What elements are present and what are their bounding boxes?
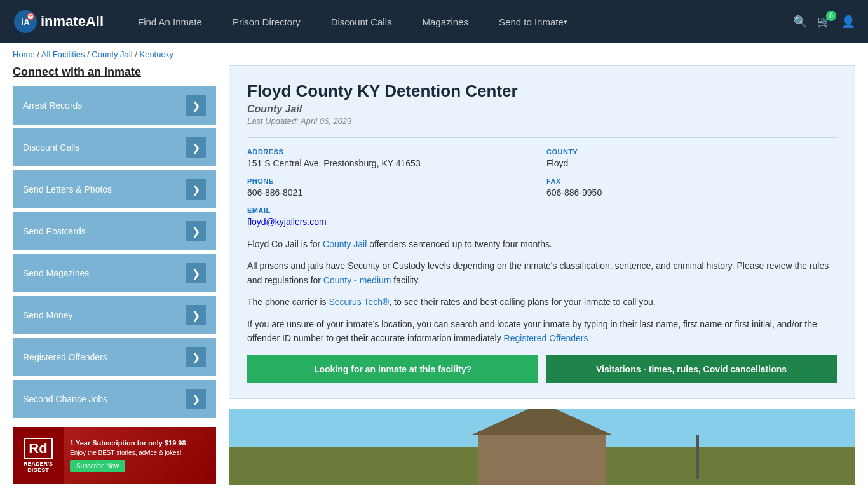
logo[interactable]: iA inmateAll (13, 9, 104, 34)
phone-label: PHONE (247, 177, 538, 185)
ad-subscribe-button[interactable]: Subscribe Now (70, 460, 125, 472)
facility-info-grid: ADDRESS 151 S Central Ave, Prestonsburg,… (247, 137, 837, 227)
desc-para-4: If you are unsure of your inmate's locat… (247, 317, 837, 346)
sidebar-label-discount-calls: Discount Calls (23, 142, 79, 152)
sidebar-btn-letters-photos[interactable]: Send Letters & Photos ❯ (13, 170, 216, 208)
nav-discount-calls[interactable]: Discount Calls (316, 0, 407, 43)
phone-value: 606-886-8021 (247, 187, 538, 198)
breadcrumb-home[interactable]: Home (13, 50, 35, 59)
county-value: Floyd (546, 158, 837, 168)
sidebar-btn-postcards[interactable]: Send Postcards ❯ (13, 212, 216, 250)
facility-image (229, 409, 855, 485)
search-icon[interactable]: 🔍 (793, 15, 807, 29)
fax-block: FAX 606-886-9950 (546, 177, 837, 198)
cart-badge: 0 (826, 11, 836, 21)
address-label: ADDRESS (247, 148, 538, 156)
ad-right: 1 Year Subscription for only $19.98 Enjo… (64, 434, 216, 477)
address-block: ADDRESS 151 S Central Ave, Prestonsburg,… (247, 148, 538, 168)
cart-icon[interactable]: 🛒 0 (817, 15, 831, 29)
facility-last-updated: Last Updated: April 06, 2023 (247, 116, 837, 126)
ad-title: 1 Year Subscription for only $19.98 (70, 439, 210, 447)
arrow-icon: ❯ (186, 347, 206, 367)
find-inmate-button[interactable]: Looking for an inmate at this facility? (247, 355, 538, 383)
sidebar-label-magazines: Send Magazines (23, 268, 89, 278)
securus-link[interactable]: Securus Tech® (329, 297, 389, 307)
ad-subtitle: Enjoy the BEST stories, advice & jokes! (70, 449, 210, 456)
sidebar-label-second-chance-jobs: Second Chance Jobs (23, 394, 107, 404)
sidebar-btn-arrest-records[interactable]: Arrest Records ❯ (13, 86, 216, 125)
nav-magazines[interactable]: Magazines (407, 0, 484, 43)
county-medium-link[interactable]: County - medium (323, 275, 391, 285)
breadcrumb-all-facilities[interactable]: All Facilities (41, 50, 85, 59)
nav-prison-directory[interactable]: Prison Directory (217, 0, 316, 43)
sidebar-btn-send-money[interactable]: Send Money ❯ (13, 296, 216, 334)
sidebar-btn-second-chance-jobs[interactable]: Second Chance Jobs ❯ (13, 380, 216, 418)
building-shape (478, 435, 606, 485)
sidebar-title: Connect with an Inmate (13, 65, 216, 79)
arrow-icon: ❯ (186, 221, 206, 241)
facility-card: Floyd County KY Detention Center County … (229, 65, 855, 399)
building-roof (472, 409, 612, 435)
arrow-icon: ❯ (186, 95, 206, 116)
email-value: floyd@kyjailers.com (247, 217, 538, 227)
action-buttons: Looking for an inmate at this facility? … (247, 355, 837, 383)
arrow-icon: ❯ (186, 389, 206, 409)
county-block: COUNTY Floyd (546, 148, 837, 168)
logo-icon: iA (13, 9, 38, 34)
arrow-icon: ❯ (186, 263, 206, 283)
ad-rd-label: Rd (24, 438, 52, 459)
phone-block: PHONE 606-886-8021 (247, 177, 538, 198)
email-block: EMAIL floyd@kyjailers.com (247, 207, 538, 227)
email-label: EMAIL (247, 207, 538, 214)
sidebar-btn-registered-offenders[interactable]: Registered Offenders ❯ (13, 338, 216, 376)
facility-title: Floyd County KY Detention Center (247, 81, 837, 101)
header-right: 🔍 🛒 0 👤 (793, 15, 855, 29)
logo-text: inmateAll (41, 13, 104, 30)
nav-send-to-inmate[interactable]: Send to Inmate (484, 0, 583, 43)
sidebar-btn-magazines[interactable]: Send Magazines ❯ (13, 254, 216, 292)
arrow-icon: ❯ (186, 137, 206, 158)
utility-pole (696, 435, 699, 479)
breadcrumb-state[interactable]: Kentucky (139, 50, 173, 59)
fax-label: FAX (546, 177, 837, 185)
facility-type: County Jail (247, 104, 837, 115)
arrow-icon: ❯ (186, 179, 206, 200)
breadcrumb: Home / All Facilities / County Jail / Ke… (0, 43, 868, 65)
nav-find-inmate[interactable]: Find An Inmate (123, 0, 217, 43)
content-area: Floyd County KY Detention Center County … (229, 65, 855, 485)
ad-readers-digest: READER'S DIGEST (15, 461, 61, 473)
ad-left: Rd READER'S DIGEST (13, 427, 64, 484)
ad-inner: Rd READER'S DIGEST 1 Year Subscription f… (13, 427, 216, 484)
sidebar-label-letters-photos: Send Letters & Photos (23, 184, 112, 194)
visitation-button[interactable]: Visitations - times, rules, Covid cancel… (546, 355, 837, 383)
sidebar-advertisement: Rd READER'S DIGEST 1 Year Subscription f… (13, 427, 216, 484)
main-nav: Find An Inmate Prison Directory Discount… (123, 0, 793, 43)
county-label: COUNTY (546, 148, 837, 156)
sidebar-label-postcards: Send Postcards (23, 226, 86, 236)
breadcrumb-county-jail[interactable]: County Jail (92, 50, 132, 59)
main-container: Connect with an Inmate Arrest Records ❯ … (0, 65, 868, 485)
sidebar-label-arrest-records: Arrest Records (23, 100, 82, 111)
desc-para-1: Floyd Co Jail is for County Jail offende… (247, 237, 837, 251)
county-jail-link[interactable]: County Jail (323, 239, 367, 249)
facility-description: Floyd Co Jail is for County Jail offende… (247, 237, 837, 345)
sidebar-btn-discount-calls[interactable]: Discount Calls ❯ (13, 128, 216, 166)
email-link[interactable]: floyd@kyjailers.com (247, 217, 327, 227)
sidebar: Connect with an Inmate Arrest Records ❯ … (13, 65, 216, 485)
registered-offenders-link[interactable]: Registered Offenders (504, 333, 588, 343)
arrow-icon: ❯ (186, 305, 206, 325)
user-icon[interactable]: 👤 (841, 15, 855, 29)
address-value: 151 S Central Ave, Prestonsburg, KY 4165… (247, 158, 538, 168)
header: iA inmateAll Find An Inmate Prison Direc… (0, 0, 868, 43)
desc-para-3: The phone carrier is Securus Tech®, to s… (247, 295, 837, 309)
sidebar-label-send-money: Send Money (23, 310, 73, 320)
desc-para-2: All prisons and jails have Security or C… (247, 259, 837, 287)
fax-value: 606-886-9950 (546, 187, 837, 198)
sidebar-label-registered-offenders: Registered Offenders (23, 352, 107, 362)
